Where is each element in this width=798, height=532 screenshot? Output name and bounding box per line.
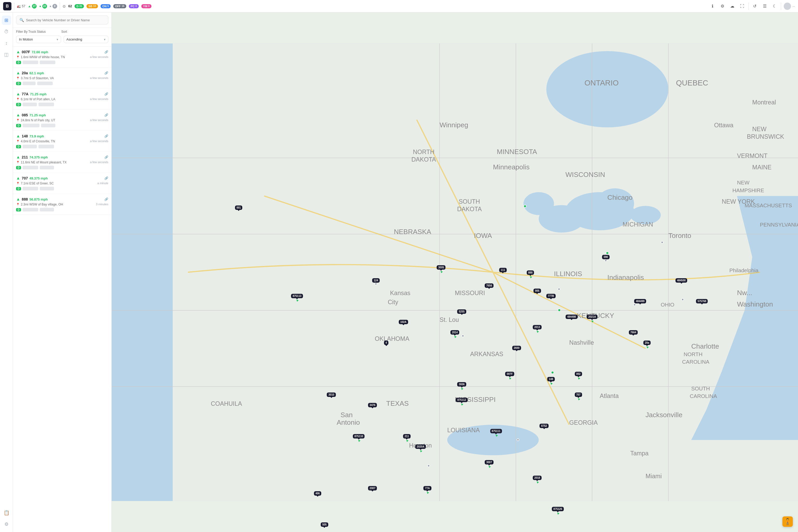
redacted-name-1 [23,187,38,190]
search-container: 🔍 [13,13,111,28]
map-label[interactable]: 2007 [368,486,377,491]
cloud-icon[interactable]: ☁ [729,3,736,10]
pill-off[interactable]: OFF 16 [113,4,126,8]
user-text: ··· [793,5,795,8]
search-input[interactable] [26,18,105,22]
sidebar-item-reports[interactable]: 📋 [2,508,11,517]
link-icon[interactable]: 🔗 [104,155,108,159]
vehicle-map-arrow: ▲ [425,490,430,495]
vehicle-map-arrow: ▲ [528,274,533,279]
location-pin-icon: 📍 [16,77,20,80]
redacted-name-1 [23,81,36,85]
map-label[interactable]: 124 [372,278,380,283]
pill-d[interactable]: D 31 [75,4,84,8]
vehicle-id: 085 [22,113,28,117]
sort-select[interactable]: Ascending ▾ [64,36,109,43]
map-label[interactable]: 005 [534,289,541,293]
map-label[interactable]: 7664 [629,330,638,335]
map-label[interactable]: 7656 [485,283,494,288]
location-time: a minute [97,182,108,185]
map-label[interactable]: 111 [499,268,507,272]
arrow-count: 27 [32,4,37,8]
map-label[interactable]: 3476 [368,403,377,407]
map-label[interactable]: 575768 [696,299,708,303]
pill-sb[interactable]: SB 10 [87,4,98,8]
map-label[interactable]: 090 [602,255,610,259]
map-label[interactable]: 505 [321,522,328,527]
expand-icon[interactable]: ⛶ [739,3,746,10]
redacted-name-1 [23,145,37,148]
map-label[interactable]: 484498 [566,315,577,319]
map-label[interactable]: 406 [314,491,321,496]
vehicle-item[interactable]: ▲ 007F 72.66 mph 🔗 📍 1.6mi WNW of White … [13,46,111,68]
night-icon[interactable]: ☾ [771,3,778,10]
redacted-name-1 [23,166,38,169]
status-select[interactable]: In Motion ▾ [16,36,61,43]
vehicle-id: 888 [22,197,28,201]
location-pin-icon: 📍 [16,119,20,122]
map-label[interactable]: 001 [235,206,242,210]
location-pin-icon: 📍 [16,161,20,164]
map-area[interactable]: ONTARIO QUEBEC Winnipeg NORTH DAKOTA MIN… [112,13,798,532]
vehicle-map-arrow: ▲ [590,318,595,323]
link-icon[interactable]: 🔗 [104,176,108,180]
refresh-icon[interactable]: ↺ [751,3,759,10]
map-label[interactable]: 777B [546,294,556,298]
vehicle-arrow-icon: ▲ [16,176,20,180]
filter-icon[interactable]: ⚙ [719,3,726,10]
arrow-icon: ▲ [28,4,31,8]
chevron-down-icon-2: ▾ [104,38,106,41]
location-time: a few seconds [90,160,108,164]
link-icon[interactable]: 🔗 [104,197,108,201]
filter-labels: Filter By Truck Status Sort [16,30,108,34]
main-content: ⊞ ⏱ ↕ ◫ 📋 ⚙ 🔍 Filter By Truck Status Sor… [0,13,798,532]
redacted-name-2 [41,124,55,127]
info-icon[interactable]: ℹ [709,3,716,10]
header-divider [14,3,14,10]
map-labels[interactable]: 001090484500575768484499111888▲005765677… [112,13,798,532]
sidebar-item-settings[interactable]: ⚙ [2,519,11,529]
vehicle-item[interactable]: ▲ 77A 71.25 mph 🔗 📍 6.1mi W of Port alle… [13,89,111,110]
green-vehicle-marker [558,309,561,312]
vehicle-item[interactable]: ▲ 085 71.25 mph 🔗 📍 24.8mi N of Park cit… [13,110,111,131]
vehicle-item[interactable]: ▲ 888 56.875 mph 🔗 📍 2.3mi WSW of Bay vi… [13,194,111,215]
link-icon[interactable]: 🔗 [104,134,108,138]
map-label[interactable]: 484500 [676,278,687,283]
list-icon[interactable]: ☰ [761,3,768,10]
vehicle-item[interactable]: ▲ 707 49.375 mph 🔗 📍 7.1mi ESE of Greer,… [13,173,111,194]
dot-icon: ● [39,4,41,8]
person-icon[interactable]: 🧍 [782,516,793,527]
logo[interactable]: B [3,2,12,11]
pill-on[interactable]: ON 5 [100,4,111,8]
filter-section: Filter By Truck Status Sort In Motion ▾ … [13,28,111,46]
user-info[interactable]: ··· [784,3,795,10]
sort-value: Ascending [66,37,82,41]
vehicle-item[interactable]: ▲ 211 74.375 mph 🔗 📍 11.6mi NE of Mount … [13,152,111,173]
vehicle-item[interactable]: ▲ 148 73.9 mph 🔗 📍 4.0mi E of Crossville… [13,131,111,152]
gray-count: 8 [53,4,57,8]
map-label[interactable]: 102A [399,320,408,324]
link-icon[interactable]: 🔗 [104,113,108,117]
map-label[interactable]: 4 [384,341,388,345]
map-label[interactable]: 484499 [634,299,646,303]
link-icon[interactable]: 🔗 [104,50,108,54]
sidebar-item-layers[interactable]: ◫ [2,50,11,59]
sidebar-item-routes[interactable]: ↕ [2,38,11,48]
location-time: a few seconds [90,139,108,142]
pill-pc[interactable]: PC 0 [129,4,139,8]
redacted-name-2 [40,187,54,190]
map-label[interactable]: 8752 [539,424,548,428]
gray-vehicle-marker [681,298,684,301]
vehicle-item[interactable]: ▲ 20a 62.1 mph 🔗 📍 3.7mi S of Staunton, … [13,68,111,89]
sidebar-item-dashboard[interactable]: ⊞ [2,16,11,25]
map-label[interactable]: 5255 [457,309,466,314]
vehicle-id: 007F [22,50,30,54]
link-icon[interactable]: 🔗 [104,71,108,75]
search-box[interactable]: 🔍 [16,16,108,24]
map-label[interactable]: 2600 [512,346,521,350]
sidebar-item-history[interactable]: ⏱ [2,27,11,36]
link-icon[interactable]: 🔗 [104,92,108,96]
header-right: ℹ ⚙ ☁ ⛶ ↺ ☰ ☾ ··· [709,3,795,10]
map-label[interactable]: 3010 [327,393,336,397]
pill-ym[interactable]: YM 0 [141,4,151,8]
